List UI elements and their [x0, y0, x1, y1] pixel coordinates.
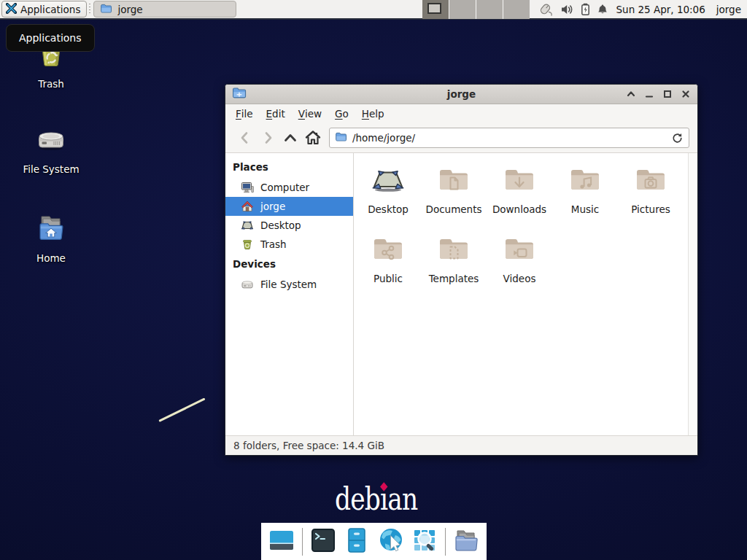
- debian-logo: debıan: [335, 481, 417, 517]
- file-item-templates[interactable]: Templates: [421, 232, 487, 301]
- workspace-4[interactable]: [503, 0, 530, 19]
- menu-view[interactable]: View: [292, 104, 328, 123]
- file-item-pictures[interactable]: Pictures: [618, 163, 684, 232]
- sidebar-item-label: Desktop: [260, 219, 301, 231]
- file-item-label: Music: [571, 203, 599, 215]
- home-button[interactable]: [301, 127, 324, 149]
- volume-icon[interactable]: [560, 4, 574, 15]
- file-item-videos[interactable]: Videos: [487, 232, 552, 301]
- sidebar-item-trash[interactable]: Trash: [225, 235, 353, 254]
- sidebar-item-label: Trash: [260, 238, 287, 250]
- top-panel: Applications jorge Sun 25 Apr, 10:06 jor…: [0, 0, 747, 20]
- file-manager-window: jorge FileEditViewGoHelp: [225, 84, 698, 456]
- vertical-scrollbar[interactable]: [688, 153, 697, 435]
- file-item-public[interactable]: Public: [355, 232, 421, 301]
- workspace-3[interactable]: [476, 0, 503, 19]
- xfce-logo-icon: [6, 3, 17, 16]
- dock-launcher-terminal[interactable]: [308, 526, 338, 557]
- workspace-2[interactable]: [449, 0, 476, 19]
- computer-icon: [241, 181, 254, 194]
- up-button[interactable]: [279, 127, 301, 149]
- battery-icon[interactable]: [581, 3, 590, 15]
- show-desktop-icon: [267, 526, 296, 558]
- applications-menu-button[interactable]: Applications: [1, 1, 87, 18]
- folder-share-icon: [371, 232, 406, 270]
- dock-launcher-application-finder[interactable]: [410, 526, 441, 557]
- desktop-icon-home[interactable]: Home: [7, 213, 95, 264]
- dock-launcher-show-desktop[interactable]: [266, 526, 297, 557]
- shade-button[interactable]: [626, 89, 636, 99]
- file-cabinet-icon: [342, 526, 371, 558]
- desktop-icon-label: Home: [36, 252, 66, 264]
- applications-menu-label: Applications: [20, 4, 80, 15]
- sidebar-item-jorge[interactable]: jorge: [225, 197, 353, 216]
- terminal-icon: [309, 526, 338, 558]
- desktop-mini-icon: [241, 219, 254, 232]
- workspace-switcher: [422, 0, 530, 19]
- minimize-button[interactable]: [644, 89, 654, 99]
- reload-button[interactable]: [671, 132, 684, 144]
- folder-download-icon: [502, 163, 537, 201]
- dock-separator: [445, 528, 446, 556]
- panel-clock[interactable]: Sun 25 Apr, 10:06: [616, 4, 705, 15]
- applications-tooltip: Applications: [6, 24, 95, 52]
- trash-mini-icon: [241, 238, 254, 251]
- sidebar-item-computer[interactable]: Computer: [225, 178, 353, 197]
- file-item-label: Downloads: [492, 203, 546, 215]
- window-titlebar[interactable]: jorge: [225, 85, 697, 104]
- app-finder-icon: [411, 526, 440, 558]
- back-button[interactable]: [233, 127, 256, 149]
- sidebar-item-label: File System: [260, 279, 317, 290]
- drive-mini-icon: [241, 278, 254, 291]
- files-view[interactable]: DesktopDocumentsDownloadsMusicPicturesPu…: [354, 153, 697, 435]
- home-place-icon: [241, 200, 254, 213]
- close-button[interactable]: [681, 89, 691, 99]
- address-bar[interactable]: /home/jorge/: [329, 128, 689, 148]
- taskbar-folder-icon: [100, 3, 112, 16]
- folder-camera-icon: [633, 163, 668, 201]
- sidebar-item-label: jorge: [260, 201, 285, 212]
- dock-separator: [302, 528, 303, 556]
- desktop-icon-label: Trash: [38, 78, 64, 90]
- status-bar: 8 folders, Free space: 14.4 GiB: [225, 435, 697, 455]
- folder-video-icon: [502, 232, 537, 270]
- menu-file[interactable]: File: [229, 104, 260, 123]
- sidebar-item-file-system[interactable]: File System: [225, 275, 353, 294]
- sidebar-item-label: Computer: [260, 182, 309, 193]
- mouse-tray-icon[interactable]: [538, 3, 554, 16]
- file-item-desktop[interactable]: Desktop: [355, 163, 421, 232]
- dock-launcher-directory-menu[interactable]: [451, 526, 481, 557]
- session-user-menu[interactable]: jorge: [716, 4, 741, 15]
- taskbar-window-label: jorge: [117, 4, 142, 15]
- dock-launcher-file-manager[interactable]: [341, 526, 372, 557]
- file-item-downloads[interactable]: Downloads: [487, 163, 552, 232]
- desktop-icon-filesystem[interactable]: File System: [7, 124, 95, 175]
- folder-music-icon: [568, 163, 603, 201]
- forward-button[interactable]: [256, 127, 279, 149]
- system-tray: [538, 3, 608, 16]
- file-item-label: Desktop: [368, 203, 409, 215]
- toolbar: /home/jorge/: [225, 123, 697, 153]
- sidebar: PlacesComputerjorgeDesktopTrashDevicesFi…: [225, 153, 354, 435]
- folder-document-icon: [436, 163, 471, 201]
- file-item-music[interactable]: Music: [552, 163, 618, 232]
- sidebar-header-places: Places: [225, 157, 353, 178]
- file-item-documents[interactable]: Documents: [421, 163, 487, 232]
- taskbar-window-button[interactable]: jorge: [93, 1, 236, 18]
- sidebar-item-desktop[interactable]: Desktop: [225, 216, 353, 235]
- home-desktop-icon: [34, 213, 68, 248]
- address-path: /home/jorge/: [352, 132, 415, 144]
- menu-go[interactable]: Go: [328, 104, 355, 123]
- maximize-button[interactable]: [662, 89, 673, 99]
- dock-launcher-web-browser[interactable]: [376, 526, 406, 557]
- workspace-window-preview: [427, 3, 441, 14]
- workspace-1[interactable]: [422, 0, 449, 19]
- file-item-label: Documents: [426, 203, 482, 215]
- menu-edit[interactable]: Edit: [260, 104, 292, 123]
- menu-help[interactable]: Help: [355, 104, 391, 123]
- folder-template-icon: [436, 232, 471, 270]
- dock-panel: [261, 523, 487, 560]
- menu-bar: FileEditViewGoHelp: [225, 104, 697, 123]
- status-text: 8 folders, Free space: 14.4 GiB: [233, 440, 384, 451]
- bell-icon[interactable]: [597, 4, 608, 15]
